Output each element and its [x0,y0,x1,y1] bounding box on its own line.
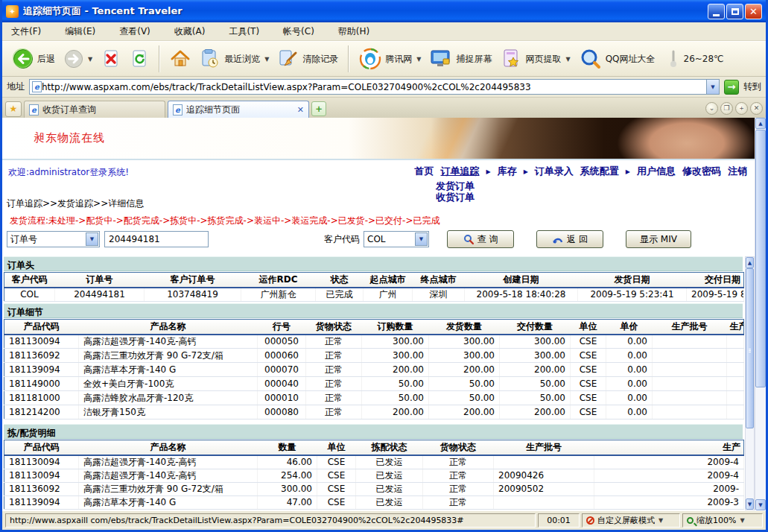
new-tab-button[interactable]: ＋ [311,101,326,116]
nav-order-entry[interactable]: 订单录入 [535,165,574,178]
order-number-input[interactable]: 204494181 [104,231,209,247]
menu-view[interactable]: 查看(V) [115,23,159,40]
column-header: 发货日期 [578,273,687,288]
toolbar: 后退 ▼ 最近浏览 ▼ 清除记录 腾讯网 ▼ [2,41,766,77]
tab-track-detail[interactable]: e 追踪细节页面 ✕ [168,101,309,118]
block-mode-label: 自定义屏蔽模式 [597,515,655,526]
column-header: 单价 [606,320,653,335]
order-detail-table: 产品代码产品名称行号货物状态订购数量发货数量交付数量单位单价生产批号生产 181… [4,319,744,419]
inner-scrollbar-thumb[interactable] [746,268,754,428]
subnav-ship-order[interactable]: 发货订单 [436,180,475,191]
menu-favorites[interactable]: 收藏(A) [170,23,215,40]
nav-order-tracking[interactable]: 订单追踪 [441,165,480,178]
maximize-button[interactable] [726,4,743,19]
tab-receive-order-query[interactable]: e 收货订单查询 [24,101,165,118]
tab-page-icon: e [173,104,183,115]
query-button[interactable]: 查 询 [447,230,514,248]
table-cell: 181136092 [4,482,79,495]
menu-help[interactable]: 帮助(H) [334,23,378,40]
column-header: 发货数量 [429,320,500,335]
section-order-header: 订单头 [4,256,743,271]
menu-tools[interactable]: 工具(T) [224,23,268,40]
tab-add-button[interactable]: ＋ [735,102,748,115]
nav-system-config[interactable]: 系统配置 [580,165,619,178]
nav-home[interactable]: 首页 [415,165,434,178]
close-button[interactable]: ✕ [745,4,762,19]
table-cell: 181130094 [4,455,79,469]
address-bar: 地址 e http://www.aspxam.com/ebs/track/Tra… [2,77,766,98]
home-button[interactable] [165,46,195,72]
customer-code-label: 客户代码 [324,233,360,246]
table-cell: 200.00 [500,405,571,419]
extract-dropdown-icon[interactable]: ▼ [565,56,570,63]
qq-site-button[interactable]: 腾讯网 ▼ [355,45,425,72]
customer-code-select[interactable]: COL ▼ [364,231,429,247]
nav-user-info[interactable]: 用户信息 [637,165,676,178]
qq-nav-button[interactable]: QQ网址大全 [575,45,660,72]
scroll-down-icon[interactable]: ▼ [746,498,754,510]
zoom-control[interactable]: 缩放100% ▼ [682,513,763,528]
subnav-receive-order[interactable]: 收货订单 [436,191,475,203]
address-dropdown-icon[interactable]: ▼ [706,80,719,94]
page-scrollbar[interactable]: ▲ ▼ [755,118,766,510]
status-url-panel: http://www.aspxaill com/ebs/track/TrackD… [5,513,536,528]
weather-icon [666,50,681,68]
qq-site-dropdown-icon[interactable]: ▼ [416,56,421,63]
scroll-down-icon[interactable]: ▼ [755,499,766,510]
menu-edit[interactable]: 编辑(E) [60,23,104,40]
capture-button[interactable]: 捕捉屏幕 [425,46,496,72]
extract-button[interactable]: 网页提取 ▼ [496,46,574,72]
tab-close-icon[interactable]: ✕ [297,105,304,115]
go-button[interactable]: → [724,80,739,95]
menu-account[interactable]: 帐号(C) [279,23,323,40]
column-header: 运作RDC [241,273,316,288]
table-row: 181136092高露洁三重功效牙膏 90 G-72支/箱300.00CSE已发… [4,482,744,495]
miv-label: 显示 MIV [640,233,677,246]
nav-inventory[interactable]: 库存 [498,165,517,178]
table-cell: 已发运 [356,495,423,509]
stop-button[interactable] [97,47,125,71]
table-cell: 广州 [364,288,413,302]
clear-button[interactable]: 清除记录 [273,46,343,72]
table-row: 181139094高露洁草本牙膏-140 G000070正常200.00200.… [4,363,744,377]
favorites-button[interactable]: ★ [5,101,22,117]
nav-change-password[interactable]: 修改密码 [682,165,721,178]
table-cell [727,405,744,419]
forward-dropdown-icon[interactable]: ▼ [88,56,92,63]
table-cell: 高露洁超强牙膏-140克-高钙 [79,469,258,482]
recent-label: 最近浏览 [224,53,260,66]
table-cell: 正常 [423,495,494,509]
site-brand: 昶东物流在线 [34,131,105,145]
inner-scrollbar[interactable]: ▲ ▼ [745,256,755,510]
minimize-button[interactable] [708,4,725,19]
forward-button[interactable]: ▼ [60,47,97,71]
scroll-up-icon[interactable]: ▲ [746,257,754,268]
order-type-select[interactable]: 订单号 ▼ [7,231,100,247]
table-cell: 高露洁草本牙膏-140 G [79,363,258,377]
welcome-text: 欢迎:administrator登录系统! [8,166,129,179]
tab-bar: ★ e 收货订单查询 e 追踪细节页面 ✕ ＋ ⌄ ❐ ＋ ✕ [2,98,766,118]
scroll-up-icon[interactable]: ▲ [755,118,766,129]
menu-file[interactable]: 文件(F) [7,23,50,40]
return-label: 返 回 [567,233,588,246]
weather-widget[interactable]: 26~28℃ [666,50,724,68]
block-mode-control[interactable]: 自定义屏蔽模式 ▼ [582,513,680,528]
column-header: 订购数量 [362,320,429,335]
zoom-label: 缩放100% [696,515,736,526]
show-miv-button[interactable]: 显示 MIV [626,230,691,248]
refresh-button[interactable] [125,47,153,71]
tab-close-all-button[interactable]: ✕ [750,102,763,115]
recent-dropdown-icon[interactable]: ▼ [264,56,269,63]
nav-logout[interactable]: 注销 [728,165,747,178]
page-scrollbar-thumb[interactable] [755,130,766,387]
table-cell: 全效+美白牙膏-100克 [79,377,258,391]
return-button[interactable]: 返 回 [536,230,603,248]
recent-button[interactable]: 最近浏览 ▼ [195,46,273,72]
tab-list-button[interactable]: ⌄ [705,102,718,115]
table-cell: 0.00 [606,405,653,419]
search-form: 订单号 ▼ 204494181 客户代码 COL ▼ 查 询 返 回 [7,229,691,249]
status-bar: http://www.aspxaill com/ebs/track/TrackD… [2,510,766,530]
back-button[interactable]: 后退 [8,46,60,72]
tab-restore-button[interactable]: ❐ [720,102,733,115]
address-input[interactable]: e http://www.aspxam.com/ebs/track/TrackD… [29,79,720,95]
